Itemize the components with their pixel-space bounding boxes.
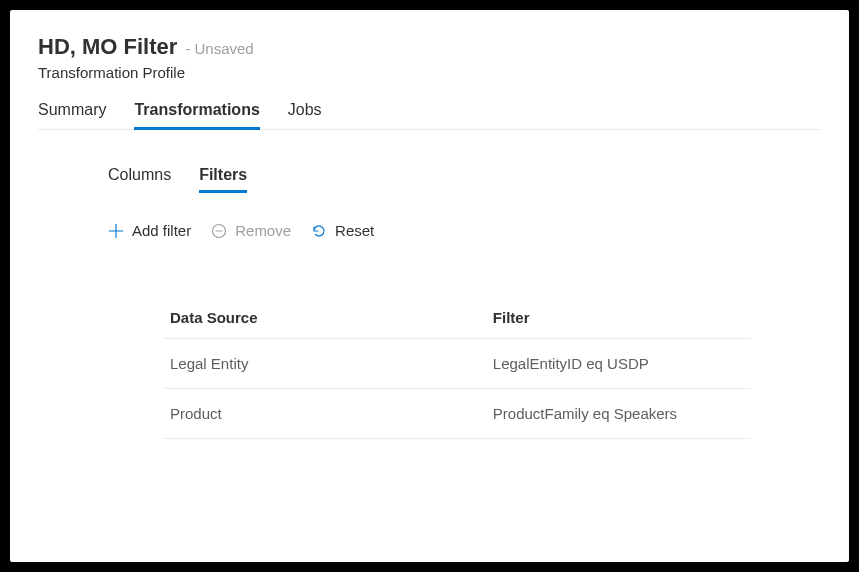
cell-filter: LegalEntityID eq USDP bbox=[487, 339, 751, 389]
remove-button: Remove bbox=[211, 222, 291, 239]
header-title-row: HD, MO Filter - Unsaved bbox=[38, 34, 821, 60]
sub-tab-columns[interactable]: Columns bbox=[108, 166, 171, 192]
unsaved-indicator: - Unsaved bbox=[185, 40, 253, 57]
sub-tab-label: Columns bbox=[108, 166, 171, 183]
page-header: HD, MO Filter - Unsaved Transformation P… bbox=[38, 34, 821, 81]
app-window: HD, MO Filter - Unsaved Transformation P… bbox=[10, 10, 849, 562]
table-header-row: Data Source Filter bbox=[164, 299, 751, 339]
filters-table: Data Source Filter Legal Entity LegalEnt… bbox=[164, 299, 751, 439]
plus-icon bbox=[108, 223, 124, 239]
top-tabs: Summary Transformations Jobs bbox=[38, 101, 821, 130]
content-area: Columns Filters Add filter Remove bbox=[38, 130, 821, 439]
toolbar: Add filter Remove Reset bbox=[108, 222, 751, 239]
table-row[interactable]: Product ProductFamily eq Speakers bbox=[164, 389, 751, 439]
column-header-data-source[interactable]: Data Source bbox=[164, 299, 487, 339]
tab-label: Transformations bbox=[134, 101, 259, 118]
tab-transformations[interactable]: Transformations bbox=[134, 101, 259, 129]
page-subtitle: Transformation Profile bbox=[38, 64, 821, 81]
page-title: HD, MO Filter bbox=[38, 34, 177, 60]
tab-summary[interactable]: Summary bbox=[38, 101, 106, 129]
sub-tabs: Columns Filters bbox=[108, 166, 751, 192]
reset-label: Reset bbox=[335, 222, 374, 239]
tab-jobs[interactable]: Jobs bbox=[288, 101, 322, 129]
reset-button[interactable]: Reset bbox=[311, 222, 374, 239]
filters-table-wrap: Data Source Filter Legal Entity LegalEnt… bbox=[108, 299, 751, 439]
sub-tab-label: Filters bbox=[199, 166, 247, 183]
add-filter-label: Add filter bbox=[132, 222, 191, 239]
tab-label: Summary bbox=[38, 101, 106, 118]
table-row[interactable]: Legal Entity LegalEntityID eq USDP bbox=[164, 339, 751, 389]
remove-icon bbox=[211, 223, 227, 239]
cell-filter: ProductFamily eq Speakers bbox=[487, 389, 751, 439]
column-header-filter[interactable]: Filter bbox=[487, 299, 751, 339]
cell-data-source: Legal Entity bbox=[164, 339, 487, 389]
tab-label: Jobs bbox=[288, 101, 322, 118]
sub-tab-filters[interactable]: Filters bbox=[199, 166, 247, 192]
reset-icon bbox=[311, 223, 327, 239]
remove-label: Remove bbox=[235, 222, 291, 239]
cell-data-source: Product bbox=[164, 389, 487, 439]
add-filter-button[interactable]: Add filter bbox=[108, 222, 191, 239]
